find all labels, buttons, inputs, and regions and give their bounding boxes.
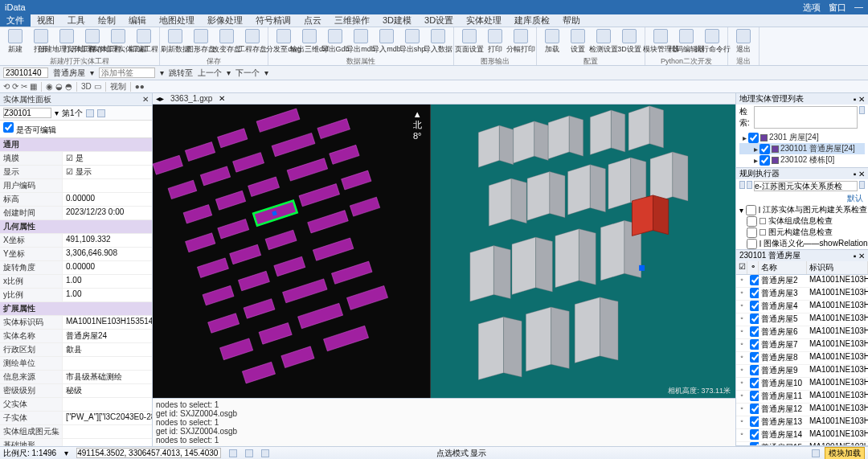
entity-data-table[interactable]: ☑ ⚬ 名称 标识码 ◦普通房屋2MA1001NE103H1535...◦普通房…: [736, 261, 868, 445]
property-row[interactable]: 信息来源市县级基础测绘: [0, 371, 152, 384]
refresh-icon[interactable]: [86, 109, 94, 117]
table-row[interactable]: ◦普通房屋8MA1001NE103H1535...: [736, 352, 868, 365]
ribbon-tab[interactable]: 三维操作: [328, 14, 376, 27]
property-row[interactable]: 实体名称普通房屋24: [0, 330, 152, 343]
menu-options[interactable]: 选项: [803, 2, 821, 14]
table-row[interactable]: ◦普通房屋5MA1001NE103H1535...: [736, 314, 868, 326]
property-row[interactable]: Y坐标3,306,646.908: [0, 248, 152, 261]
ribbon-button[interactable]: 保存地理实体工程: [106, 29, 130, 56]
document-tab[interactable]: 3363_1.gxp: [167, 94, 215, 103]
property-row[interactable]: 行政区划歙县: [0, 343, 152, 357]
rule-item[interactable]: 图元构建信息检查: [736, 227, 868, 238]
entity-tree[interactable]: ▸2301 房屋[24]▸230101 普通房屋[24]▸230102 楼栋[0…: [736, 130, 868, 167]
status-tool-icon[interactable]: [229, 449, 237, 457]
next-button[interactable]: 下一个: [235, 68, 260, 79]
status-coords[interactable]: [76, 448, 221, 458]
viewport-2d[interactable]: ▲ 北 8°: [153, 105, 430, 398]
ribbon-button[interactable]: 导入数据: [426, 29, 450, 56]
rule-list[interactable]: ▾江苏实体与图元构建关系检查 实体组成信息检查 图元构建信息检查 图像语义化——…: [736, 204, 868, 249]
col-check[interactable]: ☑: [736, 261, 747, 274]
ribbon-button[interactable]: 设置: [566, 29, 590, 56]
ribbon-button[interactable]: 退出: [731, 29, 755, 56]
search-icon[interactable]: [859, 106, 865, 114]
property-row[interactable]: 显示☑ 显示: [0, 166, 152, 179]
ribbon-button[interactable]: 改变存盘: [215, 29, 239, 56]
property-row[interactable]: 填膜☑ 是: [0, 152, 152, 166]
table-row[interactable]: ◦普通房屋9MA1001NE103H1535...: [736, 365, 868, 378]
ribbon-tab[interactable]: 帮助: [556, 14, 587, 27]
ribbon-tab[interactable]: 3D设置: [418, 14, 460, 27]
tree-row[interactable]: ▸230102 楼栋[0]: [739, 154, 865, 166]
filter-icon[interactable]: [97, 109, 105, 117]
viewport-3d[interactable]: 相机高度: 373.11米: [430, 105, 735, 398]
ribbon-button[interactable]: 工程存盘: [240, 29, 264, 56]
ribbon-button[interactable]: 新编工程: [132, 29, 156, 56]
toolbar-button[interactable]: ◉: [46, 82, 53, 91]
property-row[interactable]: 子实体["PW_A"]["l3C2043E0-2897-...: [0, 412, 152, 425]
toolbar-button[interactable]: ⟳: [12, 82, 18, 91]
ribbon-tab[interactable]: 建库质检: [508, 14, 556, 27]
toolbar-button[interactable]: 3D: [81, 82, 92, 91]
module-load-badge[interactable]: 模块加载: [825, 447, 865, 460]
status-icon[interactable]: [812, 449, 820, 457]
ribbon-tab[interactable]: 3D建模: [376, 14, 418, 27]
table-row[interactable]: ◦普通房屋7MA1001NE103H1535...: [736, 339, 868, 352]
ribbon-button[interactable]: 加载: [540, 29, 564, 56]
property-row[interactable]: 测绘单位: [0, 357, 152, 371]
table-row[interactable]: ◦普通房屋3MA1001NE103H1535...: [736, 288, 868, 301]
property-row[interactable]: 旋转角度0.00000: [0, 261, 152, 275]
ribbon-button[interactable]: 导出Gdb: [323, 29, 347, 56]
property-row[interactable]: y比例1.00: [0, 289, 152, 302]
property-row[interactable]: 实体组成图元集: [0, 425, 152, 439]
table-row[interactable]: ◦普通房屋13MA1001NE103H1535...: [736, 416, 868, 429]
rule-item[interactable]: 实体组成信息检查: [736, 215, 868, 227]
jump-label[interactable]: 跳转至: [169, 68, 193, 79]
toolbar-button[interactable]: ✂: [21, 82, 27, 91]
table-row[interactable]: ◦普通房屋11MA1001NE103H1535...: [736, 391, 868, 404]
toolbar-button[interactable]: ▭: [94, 82, 101, 91]
editable-checkbox[interactable]: 是否可编辑: [3, 122, 56, 136]
property-row[interactable]: 创建时间2023/12/23 0:00: [0, 207, 152, 220]
ribbon-tab[interactable]: 地图处理: [153, 14, 201, 27]
toolbar-button[interactable]: ◓: [65, 82, 72, 91]
col-id[interactable]: 标识码: [807, 261, 868, 274]
table-row[interactable]: ◦普通房屋6MA1001NE103H1535...: [736, 326, 868, 339]
table-row[interactable]: ◦普通房屋14MA1001NE103H1535...: [736, 429, 868, 442]
rule-item[interactable]: 图像语义化——showRelationMap...: [736, 238, 868, 249]
panel-close-icon[interactable]: ✕: [142, 95, 149, 104]
ribbon-tab[interactable]: 视图: [31, 14, 61, 27]
property-row[interactable]: 标高0.00000: [0, 193, 152, 207]
table-row[interactable]: ◦普通房屋10MA1001NE103H1535...: [736, 378, 868, 391]
property-row[interactable]: x比例1.00: [0, 275, 152, 289]
ribbon-button[interactable]: 刷新数据: [163, 29, 187, 56]
table-row[interactable]: ◦普通房屋4MA1001NE103H1535...: [736, 301, 868, 314]
toolbar-button[interactable]: 视制: [110, 81, 126, 92]
rule-select[interactable]: [754, 181, 858, 191]
ribbon-tab[interactable]: 编辑: [122, 14, 153, 27]
ribbon-button[interactable]: 3D设置: [617, 29, 641, 56]
ribbon-tab[interactable]: 文件: [0, 14, 31, 27]
property-row[interactable]: X坐标491,109.332: [0, 234, 152, 248]
rule-item[interactable]: ▾江苏实体与图元构建关系检查: [736, 204, 868, 215]
tab-close-icon[interactable]: ✕: [219, 94, 225, 103]
entity-search-input[interactable]: [754, 106, 858, 129]
toolbar-button[interactable]: ▦: [30, 82, 37, 91]
bookmark-input[interactable]: [99, 68, 155, 78]
toolbar-button[interactable]: ⟲: [3, 82, 10, 91]
table-row[interactable]: ◦普通房屋15MA1001NE103H1535...: [736, 442, 868, 445]
layer-id-input[interactable]: [3, 68, 48, 78]
object-id-input[interactable]: [3, 108, 51, 118]
ribbon-button[interactable]: 检测设置: [592, 29, 616, 56]
toolbar-button[interactable]: ●●: [135, 82, 145, 91]
ribbon-tab[interactable]: 绘制: [92, 14, 122, 27]
ribbon-button[interactable]: 导出mdb: [349, 29, 373, 56]
expand-icon[interactable]: [747, 181, 752, 189]
property-row[interactable]: 密级级别秘级: [0, 384, 152, 398]
prev-button[interactable]: 上一个: [198, 68, 222, 79]
property-row[interactable]: 基础地形: [0, 439, 152, 446]
tree-row[interactable]: ▸2301 房屋[24]: [739, 132, 865, 143]
ribbon-tab[interactable]: 影像处理: [201, 14, 249, 27]
ribbon-button[interactable]: 执行命令行: [700, 29, 724, 56]
ribbon-button[interactable]: 分幅打印: [509, 29, 533, 56]
ribbon-tab[interactable]: 实体处理: [460, 14, 508, 27]
